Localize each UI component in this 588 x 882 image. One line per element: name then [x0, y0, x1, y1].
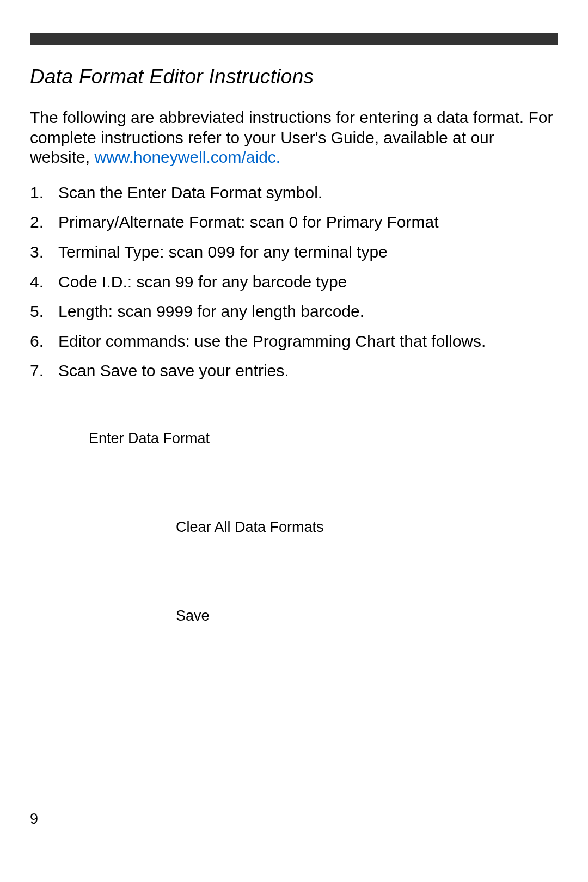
instruction-item: Length: scan 9999 for any length barcode… — [30, 302, 558, 322]
barcode-labels-section: Enter Data Format Clear All Data Formats… — [30, 430, 558, 624]
instruction-item: Primary/Alternate Format: scan 0 for Pri… — [30, 212, 558, 232]
barcode-label-save: Save — [176, 608, 558, 624]
instruction-item: Code I.D.: scan 99 for any barcode type — [30, 272, 558, 292]
website-link[interactable]: www.honeywell.com/aidc. — [94, 148, 280, 166]
section-title: Data Format Editor Instructions — [30, 65, 558, 88]
page-container: Data Format Editor Instructions The foll… — [0, 0, 588, 646]
instruction-item: Scan Save to save your entries. — [30, 361, 558, 381]
intro-paragraph: The following are abbreviated instructio… — [30, 108, 558, 168]
barcode-label-clear: Clear All Data Formats — [176, 519, 558, 536]
instruction-item: Editor commands: use the Programming Cha… — [30, 332, 558, 352]
barcode-label-enter: Enter Data Format — [89, 430, 558, 447]
instruction-item: Terminal Type: scan 099 for any terminal… — [30, 242, 558, 262]
instruction-list: Scan the Enter Data Format symbol. Prima… — [30, 183, 558, 381]
instruction-item: Scan the Enter Data Format symbol. — [30, 183, 558, 203]
header-bar — [30, 33, 558, 45]
page-number: 9 — [30, 811, 38, 828]
